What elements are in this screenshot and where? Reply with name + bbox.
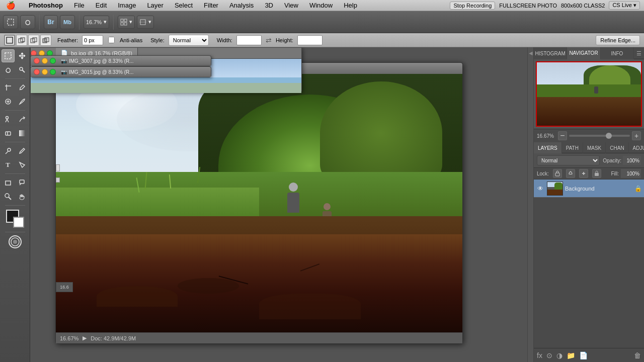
pen-tool-btn[interactable] (16, 144, 29, 157)
add-mask-btn[interactable]: ⊙ (546, 351, 552, 359)
img3015-max-btn[interactable] (50, 69, 56, 75)
layer-fx-btn[interactable]: fx (537, 351, 542, 359)
tab-info[interactable]: INFO (601, 47, 634, 59)
quick-selection-tool-btn[interactable] (16, 63, 29, 76)
menu-help[interactable]: Help (342, 2, 359, 9)
tab-layers[interactable]: LAYERS (534, 142, 562, 153)
workspace-label: FULLSCREEN PHOTO (499, 3, 557, 9)
bridge-btn[interactable]: Br (44, 15, 58, 29)
hand-tool-btn[interactable] (16, 190, 29, 203)
zoom-out-btn[interactable]: − (558, 131, 567, 140)
background-layer-item[interactable]: 👁 Background 🔒 (534, 179, 644, 198)
clone-stamp-btn[interactable] (2, 113, 15, 126)
minibrige-btn[interactable]: Mb (60, 15, 75, 29)
brush-tool-btn[interactable] (16, 95, 29, 108)
opacity-input[interactable] (623, 156, 641, 165)
apple-menu[interactable]: 🍎 (4, 1, 18, 10)
main-canvas[interactable]: 16.6 (56, 74, 462, 332)
add-selection-btn[interactable]: + (16, 35, 27, 46)
intersect-selection-btn[interactable] (40, 35, 51, 46)
screen-mode-dropdown[interactable]: ▾ (137, 16, 154, 29)
new-layer-group-btn[interactable]: 📁 (567, 351, 575, 359)
menu-filter[interactable]: Filter (202, 2, 220, 9)
right-panel: HISTOGRAM NAVIGATOR INFO ☰ 16.67% (533, 47, 644, 362)
healing-brush-btn[interactable] (2, 95, 15, 108)
lasso-tool-btn[interactable] (2, 63, 15, 76)
lock-image-btn[interactable] (566, 169, 575, 178)
width-label: Width: (217, 37, 232, 43)
menu-layer[interactable]: Layer (145, 2, 166, 9)
zoom-slider[interactable] (569, 135, 630, 137)
tab-path[interactable]: PATH (562, 142, 583, 153)
color-swatches (6, 210, 24, 228)
style-select[interactable]: Normal Fixed Ratio Fixed Size (169, 35, 209, 46)
blend-mode-select[interactable]: Normal (537, 155, 600, 165)
new-selection-btn[interactable] (4, 35, 15, 46)
height-input[interactable] (297, 35, 323, 45)
menu-view[interactable]: View (282, 2, 300, 9)
type-tool-btn[interactable]: T (2, 158, 15, 171)
gradient-tool-btn[interactable] (16, 127, 29, 140)
menu-file[interactable]: File (72, 2, 87, 9)
img3015-title: IMG_3015.jpg @ 8.33% (R... (69, 69, 134, 75)
rectangular-marquee-tool[interactable] (3, 15, 18, 29)
menu-edit[interactable]: Edit (94, 2, 109, 9)
img3007-close-btn[interactable] (34, 58, 40, 64)
dodge-tool-btn[interactable] (2, 144, 15, 157)
menu-photoshop[interactable]: Photoshop (27, 2, 65, 9)
lock-position-btn[interactable] (579, 169, 588, 178)
lock-all-btn[interactable] (592, 169, 601, 178)
svg-text:+: + (22, 40, 25, 44)
tab-channels[interactable]: CHAN (606, 142, 628, 153)
move-tool-btn[interactable] (16, 49, 29, 62)
zoom-in-btn[interactable]: + (632, 131, 641, 140)
menu-analysis[interactable]: Analysis (227, 2, 256, 9)
width-input[interactable] (236, 35, 262, 45)
anti-alias-checkbox[interactable] (108, 37, 115, 43)
img3015-close-btn[interactable] (34, 69, 40, 75)
swap-icon[interactable]: ⇄ (266, 36, 272, 44)
layer-visibility-btn[interactable]: 👁 (536, 184, 545, 193)
lock-pixels-btn[interactable] (553, 169, 562, 178)
menu-image[interactable]: Image (116, 2, 138, 9)
footer-arrow[interactable]: ▶ (83, 335, 87, 341)
panel-collapse-btn[interactable]: ◀ (527, 47, 533, 362)
background-color[interactable] (13, 217, 24, 228)
feather-input[interactable] (82, 35, 103, 45)
eyedropper-tool-btn[interactable] (16, 81, 29, 94)
img3015-min-btn[interactable] (42, 69, 48, 75)
img3007-min-btn[interactable] (42, 58, 48, 64)
quick-mask-btn[interactable] (9, 235, 22, 248)
marquee-tool-btn[interactable] (2, 49, 15, 62)
menu-window[interactable]: Window (307, 2, 335, 9)
fill-input[interactable] (621, 169, 641, 178)
arrange-dropdown[interactable]: ▾ (118, 16, 135, 29)
tab-mask[interactable]: MASK (583, 142, 606, 153)
menu-select[interactable]: Select (173, 2, 195, 9)
tab-navigator[interactable]: NAVIGATOR (567, 47, 600, 59)
lasso-tool[interactable] (20, 15, 35, 29)
path-selection-btn[interactable] (16, 158, 29, 171)
delete-layer-btn[interactable]: 🗑 (634, 351, 641, 359)
zoom-thumb[interactable] (606, 133, 612, 139)
tab-adjustments[interactable]: ADJU (629, 142, 644, 153)
shape-tool-btn[interactable] (2, 176, 15, 189)
zoom-tool-btn[interactable] (2, 190, 15, 203)
refine-edge-btn[interactable]: Refine Edge... (596, 35, 640, 45)
subtract-selection-btn[interactable] (28, 35, 39, 46)
zoom-dropdown[interactable]: 16.7% ▾ (84, 16, 109, 29)
panel-menu-btn[interactable]: ☰ (634, 47, 644, 59)
img3007-max-btn[interactable] (50, 58, 56, 64)
zoom-controls: 16.67% − + (534, 129, 644, 142)
crop-tool-btn[interactable] (2, 81, 15, 94)
history-brush-btn[interactable] (16, 113, 29, 126)
new-fill-btn[interactable]: ◑ (556, 351, 562, 359)
stop-recording-btn[interactable]: Stop Recording (450, 2, 495, 10)
eraser-tool-btn[interactable] (2, 127, 15, 140)
info-label: INFO (611, 51, 623, 56)
tab-histogram[interactable]: HISTOGRAM (534, 47, 567, 59)
new-layer-btn[interactable]: 📄 (579, 351, 588, 359)
cs-live-btn[interactable]: CS Live ▾ (609, 1, 640, 10)
notes-tool-btn[interactable] (16, 176, 29, 189)
menu-3d[interactable]: 3D (263, 2, 275, 9)
